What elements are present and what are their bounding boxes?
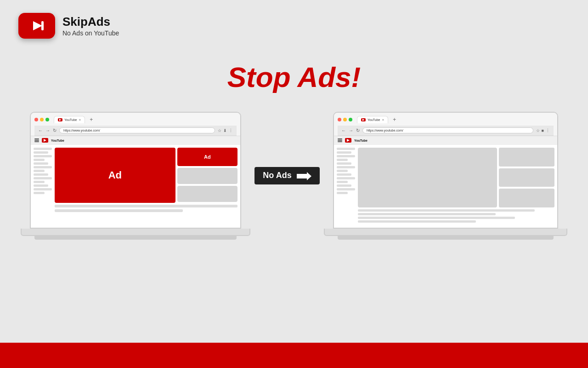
left-browser-tab[interactable]: YouTube × (54, 116, 85, 123)
left-ad-area: Ad Ad (55, 148, 237, 225)
right-yt-nav: YouTube (334, 136, 557, 145)
app-name: SkipAds (62, 15, 119, 29)
right-yt-wordmark: YouTube (354, 139, 368, 142)
sidebar-line (34, 181, 45, 183)
ad-small-mid (177, 168, 237, 184)
right-browser-tab[interactable]: YouTube × (357, 116, 388, 123)
clean-bottom-lines (358, 209, 554, 223)
right-ext-icon[interactable]: ■ (542, 128, 544, 133)
sidebar-line (337, 170, 348, 172)
left-laptop: YouTube × + ← → ↻ https://www.youtube.co… (21, 112, 250, 240)
tl-yellow (40, 118, 44, 121)
right-nav-back[interactable]: ← (341, 128, 346, 133)
ad-big-label: Ad (108, 169, 122, 181)
sidebar-line (34, 188, 52, 190)
svg-rect-1 (41, 21, 44, 30)
left-sidebar (34, 148, 52, 225)
nav-forward[interactable]: → (45, 128, 50, 133)
right-laptop: YouTube × + ← → ↻ https://www.youtube.co… (324, 112, 567, 240)
logo-text-group: SkipAds No Ads on YouTube (62, 15, 119, 36)
right-yt-logo-small (345, 138, 351, 143)
svg-marker-2 (59, 119, 61, 121)
svg-marker-0 (33, 21, 42, 30)
left-laptop-foot (34, 236, 237, 240)
star-icon[interactable]: ☆ (218, 128, 221, 133)
yt-logo-small (42, 138, 48, 143)
tl-red (34, 118, 38, 121)
app-subtitle: No Ads on YouTube (62, 29, 119, 37)
right-nav-reload[interactable]: ↻ (356, 128, 360, 133)
left-tab-new[interactable]: + (87, 115, 96, 124)
right-laptop-body: YouTube × + ← → ↻ https://www.youtube.co… (333, 112, 558, 229)
right-url[interactable]: https://www.youtube.com/ (362, 127, 533, 133)
sidebar-line (34, 170, 45, 172)
ad-small-bot (177, 186, 237, 202)
right-browser-chrome: YouTube × + ← → ↻ https://www.youtube.co… (334, 113, 557, 136)
sidebar-line (337, 177, 355, 179)
sidebar-line (337, 181, 348, 183)
no-ads-arrow: No Ads (254, 167, 319, 184)
video-thumb-big (358, 148, 497, 207)
sidebar-line (337, 159, 348, 161)
ad-small-label: Ad (204, 154, 211, 160)
video-thumb-small-2 (499, 168, 554, 187)
sidebar-line (34, 166, 52, 168)
sidebar-line (337, 148, 355, 150)
sidebar-line (34, 184, 48, 187)
sidebar-line (337, 184, 351, 187)
sidebar-line (34, 192, 45, 194)
sidebar-line (337, 166, 355, 168)
right-tl-yellow (343, 118, 347, 121)
ad-small-col: Ad (177, 148, 237, 203)
menu-icon[interactable]: ⋮ (229, 128, 233, 133)
sidebar-line (34, 148, 52, 150)
right-hamburger-icon[interactable] (338, 138, 342, 142)
nav-back[interactable]: ← (38, 128, 43, 133)
video-thumb-small-3 (499, 189, 554, 207)
sidebar-line (34, 173, 48, 176)
left-laptop-bottom (21, 229, 250, 236)
sidebar-line (337, 192, 348, 194)
right-menu-icon[interactable]: ⋮ (546, 128, 550, 133)
hamburger-icon[interactable] (34, 138, 39, 142)
no-ads-label: No Ads (263, 171, 291, 180)
clean-row (358, 148, 554, 207)
sidebar-line (34, 162, 48, 165)
left-url[interactable]: https://www.youtube.com/ (59, 127, 215, 133)
sidebar-line (34, 159, 45, 161)
logo-icon (18, 13, 55, 39)
nav-reload[interactable]: ↻ (53, 128, 57, 133)
clean-line (358, 217, 515, 219)
download-icon[interactable]: ⬇ (223, 128, 227, 133)
yt-wordmark: YouTube (51, 139, 64, 142)
right-tab-new[interactable]: + (390, 115, 399, 124)
ad-row: Ad Ad (55, 148, 237, 203)
right-address-bar: ← → ↻ https://www.youtube.com/ ☆ ■ ⋮ (338, 126, 554, 136)
left-addr-icons: ☆ ⬇ ⋮ (218, 128, 233, 133)
ad-big: Ad (55, 148, 175, 203)
left-browser-content: Ad Ad (31, 145, 240, 228)
main-heading: Stop Ads! (0, 61, 588, 93)
right-tab-bar: YouTube × + (338, 115, 554, 124)
left-yt-nav: YouTube (31, 136, 240, 145)
svg-marker-3 (44, 139, 46, 142)
right-tab-close[interactable]: × (382, 118, 384, 122)
sidebar-line (34, 177, 52, 179)
right-tl-red (338, 118, 341, 121)
left-tab-close[interactable]: × (79, 118, 81, 122)
sidebar-line (337, 151, 351, 154)
right-tab-label: YouTube (368, 118, 380, 121)
ad-small-top: Ad (177, 148, 237, 166)
right-star-icon[interactable]: ☆ (536, 128, 540, 133)
svg-marker-6 (347, 139, 350, 142)
ad-bottom-bar (55, 205, 237, 207)
right-traffic-lights (338, 118, 352, 121)
right-laptop-bottom (324, 229, 567, 236)
right-nav-forward[interactable]: → (349, 128, 353, 133)
video-thumb-small-col (499, 148, 554, 207)
footer-bar (0, 343, 588, 368)
clean-line (358, 209, 535, 212)
clean-line (358, 213, 496, 215)
left-browser-chrome: YouTube × + ← → ↻ https://www.youtube.co… (31, 113, 240, 136)
right-tab-yt-logo (361, 118, 366, 121)
